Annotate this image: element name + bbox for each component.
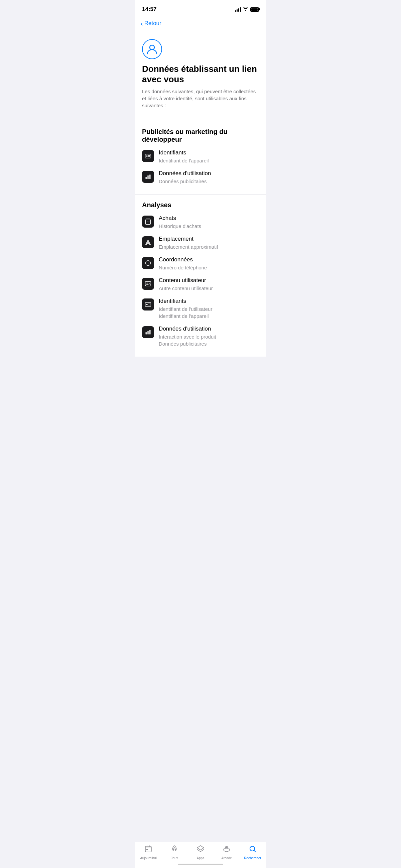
back-chevron-icon: ‹ bbox=[141, 20, 143, 27]
location-icon-svg bbox=[145, 239, 151, 246]
identifiants-pub-sublabel: Identifiant de l'appareil bbox=[159, 157, 259, 164]
shopping-bag-icon bbox=[142, 216, 154, 227]
bar-chart-icon-1 bbox=[142, 171, 154, 183]
signal-icon bbox=[235, 7, 241, 12]
identifiants-analyses-sublabel-0: Identifiant de l'utilisateur bbox=[159, 306, 259, 312]
section-publicites-title: Publicités ou marketing du développeur bbox=[142, 128, 259, 144]
page-title: Données établissant un lien avec vous bbox=[142, 64, 259, 85]
donnees-pub-label: Données d'utilisation bbox=[159, 170, 259, 177]
info-circle-icon bbox=[142, 257, 154, 269]
coordonnees-text: Coordonnées Numéro de téléphone bbox=[159, 256, 259, 271]
battery-icon bbox=[250, 7, 259, 12]
main-content: Données établissant un lien avec vous Le… bbox=[135, 31, 266, 121]
achats-text: Achats Historique d'achats bbox=[159, 215, 259, 229]
item-contenu-utilisateur: Contenu utilisateur Autre contenu utilis… bbox=[142, 277, 259, 292]
donnees-analyses-text: Données d'utilisation Interaction avec l… bbox=[159, 326, 259, 347]
svg-point-18 bbox=[146, 304, 148, 305]
status-time: 14:57 bbox=[142, 6, 156, 13]
bar-chart-icon-svg-1 bbox=[145, 174, 151, 180]
donnees-analyses-label: Données d'utilisation bbox=[159, 326, 259, 332]
person-icon bbox=[147, 44, 157, 55]
header-section: Données établissant un lien avec vous Le… bbox=[142, 39, 259, 116]
emplacement-sublabel: Emplacement approximatif bbox=[159, 243, 259, 250]
achats-label: Achats bbox=[159, 215, 259, 222]
identifiants-pub-label: Identifiants bbox=[159, 149, 259, 156]
svg-marker-10 bbox=[146, 240, 151, 245]
back-label: Retour bbox=[144, 20, 161, 27]
donnees-analyses-sublabel-0: Interaction avec le produit bbox=[159, 333, 259, 340]
svg-point-0 bbox=[150, 45, 154, 50]
status-icons bbox=[235, 7, 259, 12]
info-circle-icon-svg bbox=[145, 260, 151, 267]
svg-rect-17 bbox=[145, 303, 151, 307]
nav-bar: ‹ Retour bbox=[135, 17, 266, 31]
header-person-icon-wrapper bbox=[142, 39, 162, 59]
item-identifiants-analyses: Identifiants Identifiant de l'utilisateu… bbox=[142, 298, 259, 319]
id-card-icon-svg bbox=[145, 153, 151, 159]
contenu-utilisateur-text: Contenu utilisateur Autre contenu utilis… bbox=[159, 277, 259, 292]
item-emplacement: Emplacement Emplacement approximatif bbox=[142, 236, 259, 250]
id-card-icon-1 bbox=[142, 150, 154, 162]
section-analyses: Analyses Achats Historique d'achats bbox=[135, 194, 266, 356]
content-wrapper: Données établissant un lien avec vous Le… bbox=[135, 31, 266, 387]
identifiants-pub-text: Identifiants Identifiant de l'appareil bbox=[159, 149, 259, 164]
wifi-icon bbox=[243, 7, 248, 12]
photo-icon-svg bbox=[145, 280, 151, 287]
svg-point-2 bbox=[146, 155, 148, 157]
donnees-pub-sublabel: Données publicitaires bbox=[159, 178, 259, 185]
emplacement-label: Emplacement bbox=[159, 236, 259, 242]
svg-rect-5 bbox=[146, 177, 147, 179]
item-identifiants-pub: Identifiants Identifiant de l'appareil bbox=[142, 149, 259, 164]
bar-chart-icon-svg-2 bbox=[145, 329, 151, 336]
id-card-icon-2 bbox=[142, 299, 154, 310]
donnees-pub-text: Données d'utilisation Données publicitai… bbox=[159, 170, 259, 185]
section-analyses-title: Analyses bbox=[142, 201, 259, 209]
coordonnees-sublabel: Numéro de téléphone bbox=[159, 264, 259, 271]
back-button[interactable]: ‹ Retour bbox=[141, 20, 161, 27]
item-donnees-pub: Données d'utilisation Données publicitai… bbox=[142, 170, 259, 185]
svg-rect-21 bbox=[146, 332, 147, 335]
page-subtitle: Les données suivantes, qui peuvent être … bbox=[142, 88, 259, 109]
svg-rect-22 bbox=[147, 331, 148, 335]
contenu-utilisateur-sublabel: Autre contenu utilisateur bbox=[159, 285, 259, 292]
contenu-utilisateur-label: Contenu utilisateur bbox=[159, 277, 259, 284]
svg-rect-6 bbox=[147, 176, 148, 179]
svg-point-16 bbox=[146, 283, 147, 284]
svg-rect-7 bbox=[149, 175, 150, 179]
achats-sublabel: Historique d'achats bbox=[159, 223, 259, 229]
photo-icon bbox=[142, 278, 154, 290]
item-coordonnees: Coordonnées Numéro de téléphone bbox=[142, 256, 259, 271]
svg-rect-1 bbox=[145, 154, 151, 158]
svg-point-14 bbox=[148, 262, 148, 262]
emplacement-text: Emplacement Emplacement approximatif bbox=[159, 236, 259, 250]
location-icon bbox=[142, 236, 154, 248]
bar-chart-icon-2 bbox=[142, 326, 154, 338]
identifiants-analyses-text: Identifiants Identifiant de l'utilisateu… bbox=[159, 298, 259, 319]
coordonnees-label: Coordonnées bbox=[159, 256, 259, 263]
id-card-icon-svg-2 bbox=[145, 301, 151, 308]
section-publicites: Publicités ou marketing du développeur I… bbox=[135, 121, 266, 194]
svg-rect-15 bbox=[145, 282, 151, 286]
status-bar: 14:57 bbox=[135, 0, 266, 17]
donnees-analyses-sublabel-1: Données publicitaires bbox=[159, 340, 259, 347]
item-achats: Achats Historique d'achats bbox=[142, 215, 259, 229]
identifiants-analyses-label: Identifiants bbox=[159, 298, 259, 305]
item-donnees-analyses: Données d'utilisation Interaction avec l… bbox=[142, 326, 259, 347]
svg-rect-23 bbox=[149, 330, 150, 335]
shopping-bag-icon-svg bbox=[145, 218, 151, 225]
identifiants-analyses-sublabel-1: Identifiant de l'appareil bbox=[159, 312, 259, 319]
